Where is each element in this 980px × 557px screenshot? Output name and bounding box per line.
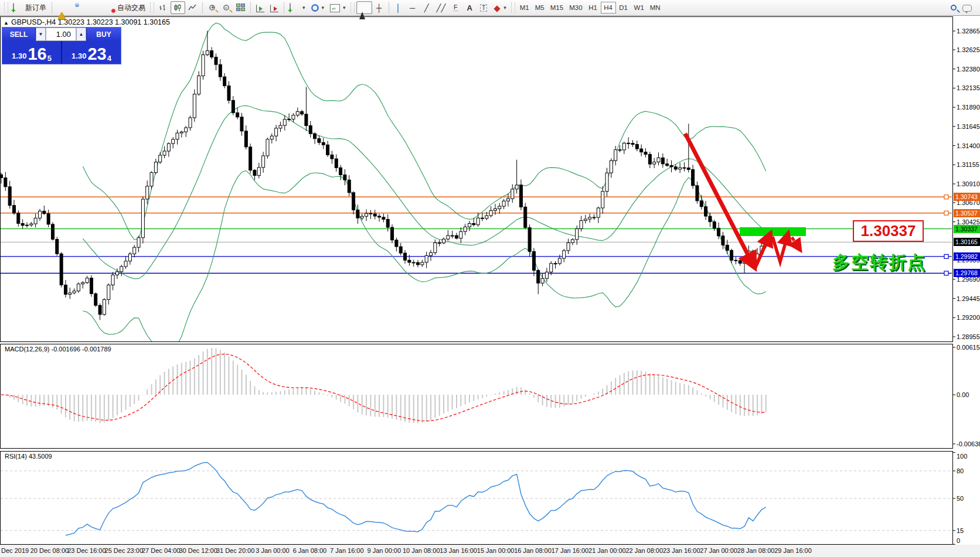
buy-button[interactable]: BUY — [86, 28, 121, 41]
signal-icon — [89, 4, 99, 12]
new-chart-button[interactable]: ▾ — [287, 1, 308, 14]
x-axis-label: 9 Dec 2019 — [0, 547, 29, 554]
zoom-in-icon: + — [209, 5, 215, 11]
buy-price-small: 1.30 — [72, 52, 86, 60]
search-icon[interactable] — [951, 5, 957, 11]
horizontal-line-tool[interactable]: ─ — [406, 1, 420, 14]
x-axis-label: 7 Jan 16:00 — [330, 547, 364, 554]
timeframe-m1[interactable]: M1 — [517, 2, 532, 13]
rsi-label: RSI(14) 43.5009 — [5, 453, 52, 460]
line-chart-button[interactable] — [185, 1, 200, 14]
vertical-line-icon: │ — [396, 4, 401, 12]
text-tool[interactable]: A — [462, 1, 477, 14]
price-level-badge: 1.30537 — [954, 209, 980, 217]
separator — [202, 2, 203, 13]
price-level-badge: 1.29982 — [954, 252, 980, 261]
separator — [389, 2, 389, 13]
metaeditor-button[interactable] — [55, 1, 70, 14]
y-axis-tick: 1.32625 — [957, 46, 980, 53]
separator — [284, 2, 284, 13]
timeframe-m15[interactable]: M15 — [547, 2, 566, 13]
auto-scroll-button[interactable] — [253, 1, 267, 14]
candlestick-chart-icon — [173, 4, 182, 12]
timeframe-w1[interactable]: W1 — [631, 2, 647, 13]
cursor-tool-button[interactable] — [356, 1, 372, 14]
y-axis-tick: 1.32865 — [957, 28, 980, 35]
sell-button[interactable]: SELL — [2, 28, 36, 41]
chevron-down-icon: ▾ — [343, 5, 346, 11]
chart-shift-button[interactable] — [267, 1, 281, 14]
candlestick-chart-button[interactable] — [171, 1, 185, 14]
bar-chart-button[interactable] — [156, 1, 171, 14]
y-axis-tick: 1.32135 — [957, 84, 980, 91]
cone-icon — [57, 4, 67, 12]
x-axis-label: 28 Jan 08:00 — [737, 547, 775, 554]
annotation-text[interactable]: 多空转折点 — [832, 251, 926, 275]
x-axis-label: 13 Jan 16:00 — [440, 547, 477, 554]
new-order-button[interactable]: 新订单 — [10, 1, 49, 14]
x-axis-label: 23 Dec 16:00 — [67, 547, 106, 554]
zoom-out-button[interactable]: - — [219, 1, 233, 14]
text-icon: A — [467, 4, 472, 12]
buy-price[interactable]: 1.30 23 4 — [62, 41, 121, 64]
zoom-in-button[interactable]: + — [205, 1, 219, 14]
y-axis-tick: 1.29445 — [957, 295, 980, 302]
panel-collapse-icon[interactable]: ▲ — [4, 20, 9, 26]
indicators-button[interactable]: ▾ — [327, 1, 349, 14]
label-tool[interactable]: T — [477, 1, 491, 14]
x-axis-label: 16 Jan 08:00 — [514, 547, 552, 554]
volume-down-button[interactable]: ▼ — [36, 28, 46, 41]
chart-canvas[interactable] — [0, 0, 980, 557]
chevron-down-icon: ▾ — [302, 5, 305, 11]
main-toolbar: 新订单 自动交易 + - ▾ ▾ ▾ ┼ │ ─ ╱ ╱╱ F A T ▾ M1… — [0, 0, 980, 16]
timeframe-h1[interactable]: H1 — [586, 2, 601, 13]
cursor-icon — [359, 4, 369, 12]
timeframe-m5[interactable]: M5 — [532, 2, 547, 13]
fibonacci-tool[interactable]: F — [448, 1, 462, 14]
toolbar-right — [951, 4, 978, 12]
vertical-line-tool[interactable]: │ — [392, 1, 406, 14]
news-button[interactable] — [86, 1, 102, 14]
crosshair-tool-button[interactable]: ┼ — [372, 1, 386, 14]
timeframe-group: M1M5M15M30H1H4D1W1MN — [517, 2, 663, 13]
autotrading-icon — [105, 4, 115, 12]
community-button[interactable] — [70, 1, 86, 14]
y-axis-tick: 1.29200 — [957, 314, 980, 321]
y-axis-tick: 1.30910 — [957, 180, 980, 187]
horizontal-line-icon: ─ — [410, 4, 415, 12]
auto-scroll-icon — [256, 5, 264, 12]
arrows-tool[interactable]: ▾ — [491, 1, 509, 14]
timeframe-h4[interactable]: H4 — [601, 2, 616, 13]
rsi-axis-tick: 100 — [957, 453, 980, 460]
price-callout[interactable]: 1.30337 — [853, 220, 924, 242]
y-axis-tick: 1.32380 — [957, 66, 980, 73]
profiles-button[interactable]: ▾ — [308, 1, 328, 14]
timeframe-mn[interactable]: MN — [647, 2, 663, 13]
x-axis-label: 23 Jan 16:00 — [663, 547, 700, 554]
y-axis-tick: 1.31890 — [957, 104, 980, 111]
tile-windows-button[interactable] — [233, 1, 248, 14]
timeframe-m30[interactable]: M30 — [566, 2, 585, 13]
x-axis-label: 20 Dec 08:00 — [30, 547, 69, 554]
chat-icon[interactable] — [962, 5, 972, 12]
new-order-icon — [13, 4, 23, 12]
x-axis-label: 21 Jan 00:00 — [588, 547, 626, 554]
trendline-tool[interactable]: ╱ — [420, 1, 434, 14]
sell-price[interactable]: 1.30 16 5 — [2, 41, 62, 64]
trendline-icon: ╱ — [424, 4, 429, 12]
autotrading-label: 自动交易 — [117, 3, 145, 13]
x-axis-label: 22 Jan 08:00 — [625, 547, 663, 554]
sell-price-big: 16 — [28, 45, 46, 63]
new-chart-icon — [290, 4, 300, 12]
macd-axis-tick: 0.006157 — [957, 344, 980, 351]
channel-icon: ╱╱ — [437, 4, 446, 12]
y-axis-tick: 1.31645 — [957, 123, 980, 130]
channel-tool[interactable]: ╱╱ — [434, 1, 449, 14]
timeframe-d1[interactable]: D1 — [616, 2, 631, 13]
crosshair-icon: ┼ — [376, 4, 382, 12]
volume-up-button[interactable]: ▲ — [76, 28, 86, 41]
price-level-badge: 1.30743 — [954, 193, 980, 201]
autotrading-button[interactable]: 自动交易 — [102, 1, 148, 14]
volume-field[interactable]: 1.00 — [46, 28, 76, 41]
chevron-down-icon: ▾ — [322, 5, 325, 11]
